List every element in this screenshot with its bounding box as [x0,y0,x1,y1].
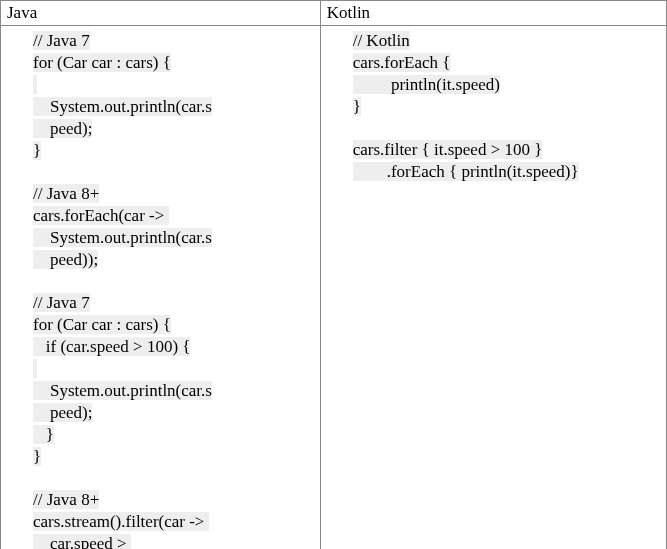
table-row: // Java 7 for (Car car : cars) { System.… [1,26,667,550]
code-line: peed); [3,402,318,424]
code-line: System.out.println(car.s [3,96,318,118]
table-header-row: Java Kotlin [1,1,667,26]
code-line [3,74,318,96]
code-line: cars.stream().filter(car -> [3,511,318,533]
blank-line [3,468,318,488]
code-line [3,358,318,380]
blank-line [323,118,664,138]
code-line: peed)); [3,249,318,271]
code-line: // Kotlin [323,30,664,52]
code-line: cars.forEach { [323,52,664,74]
code-line: } [3,140,318,162]
code-line: // Java 7 [3,292,318,314]
code-line: // Java 7 [3,30,318,52]
blank-line [3,163,318,183]
code-line: System.out.println(car.s [3,380,318,402]
blank-line [3,271,318,291]
code-line: cars.forEach(car -> [3,205,318,227]
code-line: for (Car car : cars) { [3,52,318,74]
code-line: } [323,96,664,118]
code-line: cars.filter { it.speed > 100 } [323,139,664,161]
code-line: // Java 8+ [3,489,318,511]
code-line: } [3,446,318,468]
code-line: car.speed > [3,533,318,549]
header-java: Java [1,1,321,26]
code-line: System.out.println(car.s [3,227,318,249]
code-line: println(it.speed) [323,74,664,96]
java-code-cell: // Java 7 for (Car car : cars) { System.… [1,26,321,550]
code-line: peed); [3,118,318,140]
header-kotlin: Kotlin [320,1,666,26]
comparison-table-container: Java Kotlin // Java 7 for (Car car : car… [0,0,667,549]
kotlin-code-cell: // Kotlin cars.forEach { println(it.spee… [320,26,666,550]
code-line: } [3,424,318,446]
code-line: for (Car car : cars) { [3,314,318,336]
code-line: if (car.speed > 100) { [3,336,318,358]
comparison-table: Java Kotlin // Java 7 for (Car car : car… [0,0,667,549]
code-line: .forEach { println(it.speed)} [323,161,664,183]
code-line: // Java 8+ [3,183,318,205]
